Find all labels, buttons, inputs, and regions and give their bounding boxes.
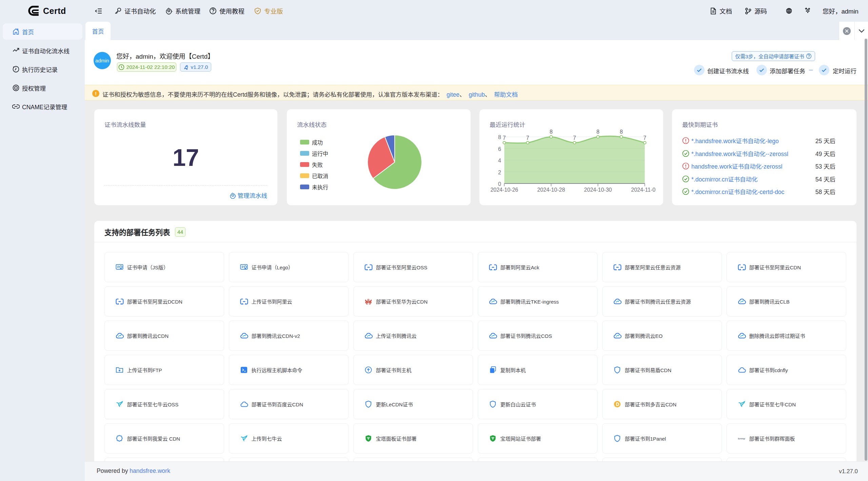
- svg-text:0: 0: [498, 181, 501, 187]
- svg-text:8: 8: [620, 129, 623, 135]
- svg-text:未执行: 未执行: [312, 185, 328, 190]
- svg-text:2024-10-30: 2024-10-30: [584, 187, 612, 193]
- svg-text:已取消: 已取消: [312, 173, 328, 179]
- svg-text:7: 7: [573, 135, 576, 141]
- svg-text:6: 6: [498, 146, 501, 152]
- svg-text:失败: 失败: [312, 162, 323, 168]
- svg-text:4: 4: [498, 158, 501, 163]
- svg-text:8: 8: [498, 134, 501, 140]
- svg-text:2024-10-28: 2024-10-28: [537, 187, 565, 193]
- svg-text:成功: 成功: [312, 140, 323, 146]
- svg-text:7: 7: [526, 135, 529, 141]
- svg-text:2024-10-26: 2024-10-26: [490, 187, 518, 193]
- svg-text:2024-11-01: 2024-11-01: [631, 187, 658, 193]
- svg-text:运行中: 运行中: [312, 151, 328, 157]
- svg-text:7: 7: [643, 135, 646, 141]
- svg-text:Synology: Synology: [738, 438, 745, 440]
- svg-text:7: 7: [503, 135, 506, 141]
- svg-text:8: 8: [596, 129, 599, 135]
- svg-text:2: 2: [498, 170, 501, 175]
- svg-text:8: 8: [550, 129, 553, 135]
